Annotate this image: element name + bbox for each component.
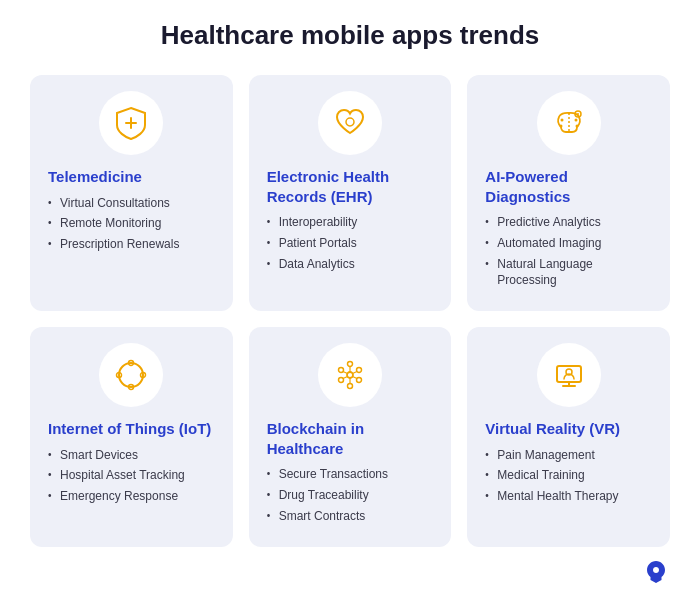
list-item: Interoperability bbox=[267, 214, 358, 231]
svg-point-6 bbox=[559, 125, 562, 128]
list-item: Mental Health Therapy bbox=[485, 488, 618, 505]
iot-icon bbox=[113, 357, 149, 393]
shield-plus-icon bbox=[113, 105, 149, 141]
list-item: Data Analytics bbox=[267, 256, 358, 273]
svg-point-2 bbox=[346, 118, 354, 126]
ai-diagnostics-list: Predictive Analytics Automated Imaging N… bbox=[485, 214, 652, 293]
telemedicine-icon-circle bbox=[99, 91, 163, 155]
telemedicine-title: Telemedicine bbox=[48, 167, 142, 187]
svg-point-9 bbox=[577, 113, 579, 115]
list-item: Prescription Renewals bbox=[48, 236, 179, 253]
svg-point-16 bbox=[347, 362, 352, 367]
page-title: Healthcare mobile apps trends bbox=[30, 20, 670, 51]
list-item: Medical Training bbox=[485, 467, 618, 484]
iot-title: Internet of Things (IoT) bbox=[48, 419, 211, 439]
blockchain-list: Secure Transactions Drug Traceability Sm… bbox=[267, 466, 388, 528]
ehr-icon-circle bbox=[318, 91, 382, 155]
svg-point-17 bbox=[356, 368, 361, 373]
svg-point-19 bbox=[347, 384, 352, 389]
ai-diagnostics-title: AI-Powered Diagnostics bbox=[485, 167, 652, 206]
iot-list: Smart Devices Hospital Asset Tracking Em… bbox=[48, 447, 185, 509]
list-item: Smart Contracts bbox=[267, 508, 388, 525]
svg-point-5 bbox=[574, 119, 577, 122]
ehr-list: Interoperability Patient Portals Data An… bbox=[267, 214, 358, 276]
svg-line-26 bbox=[343, 377, 348, 379]
vr-title: Virtual Reality (VR) bbox=[485, 419, 620, 439]
telemedicine-list: Virtual Consultations Remote Monitoring … bbox=[48, 195, 179, 257]
ai-icon-circle bbox=[537, 91, 601, 155]
list-item: Virtual Consultations bbox=[48, 195, 179, 212]
list-item: Secure Transactions bbox=[267, 466, 388, 483]
svg-point-7 bbox=[575, 125, 578, 128]
list-item: Predictive Analytics bbox=[485, 214, 652, 231]
list-item: Remote Monitoring bbox=[48, 215, 179, 232]
heart-icon bbox=[332, 105, 368, 141]
vr-list: Pain Management Medical Training Mental … bbox=[485, 447, 618, 509]
list-item: Automated Imaging bbox=[485, 235, 652, 252]
brain-icon bbox=[551, 105, 587, 141]
svg-line-27 bbox=[343, 372, 348, 374]
svg-point-21 bbox=[338, 368, 343, 373]
svg-point-15 bbox=[347, 372, 353, 378]
ehr-title: Electronic Health Records (EHR) bbox=[267, 167, 434, 206]
list-item: Smart Devices bbox=[48, 447, 185, 464]
vr-headset-icon bbox=[551, 357, 587, 393]
blockchain-icon bbox=[332, 357, 368, 393]
list-item: Pain Management bbox=[485, 447, 618, 464]
list-item: Hospital Asset Tracking bbox=[48, 467, 185, 484]
vr-icon-circle bbox=[537, 343, 601, 407]
svg-point-4 bbox=[560, 119, 563, 122]
card-telemedicine: Telemedicine Virtual Consultations Remot… bbox=[30, 75, 233, 311]
svg-line-23 bbox=[352, 372, 357, 374]
card-iot: Internet of Things (IoT) Smart Devices H… bbox=[30, 327, 233, 546]
svg-point-20 bbox=[338, 378, 343, 383]
svg-point-10 bbox=[119, 363, 143, 387]
blockchain-icon-circle bbox=[318, 343, 382, 407]
blockchain-title: Blockchain in Healthcare bbox=[267, 419, 434, 458]
list-item: Natural Language Processing bbox=[485, 256, 652, 290]
brand-logo-icon bbox=[642, 557, 670, 585]
iot-icon-circle bbox=[99, 343, 163, 407]
card-blockchain: Blockchain in Healthcare Secure Transact… bbox=[249, 327, 452, 546]
list-item: Drug Traceability bbox=[267, 487, 388, 504]
list-item: Patient Portals bbox=[267, 235, 358, 252]
svg-line-24 bbox=[352, 377, 357, 379]
card-ai-diagnostics: AI-Powered Diagnostics Predictive Analyt… bbox=[467, 75, 670, 311]
card-ehr: Electronic Health Records (EHR) Interope… bbox=[249, 75, 452, 311]
cards-grid: Telemedicine Virtual Consultations Remot… bbox=[30, 75, 670, 547]
svg-point-18 bbox=[356, 378, 361, 383]
logo-area bbox=[30, 557, 670, 585]
card-vr: Virtual Reality (VR) Pain Management Med… bbox=[467, 327, 670, 546]
list-item: Emergency Response bbox=[48, 488, 185, 505]
